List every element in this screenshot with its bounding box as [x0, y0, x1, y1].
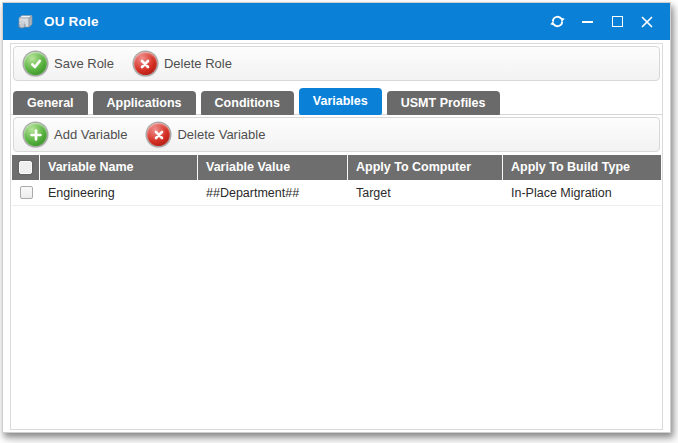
- column-header-variable-value[interactable]: Variable Value: [198, 155, 348, 180]
- tab-applications[interactable]: Applications: [93, 91, 196, 115]
- grid-header-row: Variable Name Variable Value Apply To Co…: [12, 155, 661, 180]
- checkbox-icon: [19, 161, 32, 174]
- maximize-icon: [612, 16, 623, 27]
- minimize-button[interactable]: [572, 3, 602, 40]
- titlebar-left: OU Role: [3, 3, 99, 40]
- titlebar: OU Role: [3, 3, 670, 40]
- refresh-button[interactable]: [542, 3, 572, 40]
- cell-variable-name: Engineering: [40, 186, 198, 200]
- ou-role-dialog: OU Role: [2, 2, 671, 433]
- check-circle-icon: [24, 52, 47, 75]
- add-variable-label: Add Variable: [54, 127, 127, 142]
- checkbox-icon: [20, 186, 33, 199]
- tab-conditions[interactable]: Conditions: [201, 91, 294, 115]
- minimize-icon: [582, 21, 593, 23]
- app-icon: [16, 14, 35, 30]
- delete-variable-button[interactable]: Delete Variable: [145, 121, 271, 148]
- refresh-icon: [550, 14, 565, 29]
- save-role-label: Save Role: [54, 56, 114, 71]
- save-role-button[interactable]: Save Role: [22, 50, 120, 77]
- column-header-variable-name[interactable]: Variable Name: [40, 155, 198, 180]
- tab-strip: General Applications Conditions Variable…: [13, 88, 500, 115]
- tab-variables[interactable]: Variables: [299, 88, 382, 115]
- x-circle-icon: [134, 52, 157, 75]
- delete-role-button[interactable]: Delete Role: [132, 50, 238, 77]
- cell-apply-to-computer: Target: [348, 186, 503, 200]
- delete-role-label: Delete Role: [164, 56, 232, 71]
- select-all-checkbox[interactable]: [12, 155, 40, 180]
- cell-apply-to-build-type: In-Place Migration: [503, 186, 661, 200]
- tab-usmt-profiles[interactable]: USMT Profiles: [387, 91, 500, 115]
- x-circle-icon: [147, 123, 170, 146]
- add-variable-button[interactable]: Add Variable: [22, 121, 133, 148]
- maximize-button[interactable]: [602, 3, 632, 40]
- plus-circle-icon: [24, 123, 47, 146]
- cell-variable-value: ##Department##: [198, 186, 348, 200]
- column-header-apply-to-computer[interactable]: Apply To Computer: [348, 155, 503, 180]
- window-controls: [542, 3, 662, 40]
- variable-toolbar: Add Variable Delete Variable: [13, 117, 660, 152]
- close-icon: [641, 16, 653, 28]
- window-title: OU Role: [44, 14, 99, 29]
- row-checkbox[interactable]: [12, 186, 40, 199]
- tab-general[interactable]: General: [13, 91, 88, 115]
- close-button[interactable]: [632, 3, 662, 40]
- delete-variable-label: Delete Variable: [177, 127, 265, 142]
- role-toolbar: Save Role Delete Role: [13, 46, 660, 81]
- variables-grid: Variable Name Variable Value Apply To Co…: [12, 155, 661, 206]
- table-row[interactable]: Engineering ##Department## Target In-Pla…: [12, 180, 661, 206]
- column-header-apply-to-build-type[interactable]: Apply To Build Type: [503, 155, 661, 180]
